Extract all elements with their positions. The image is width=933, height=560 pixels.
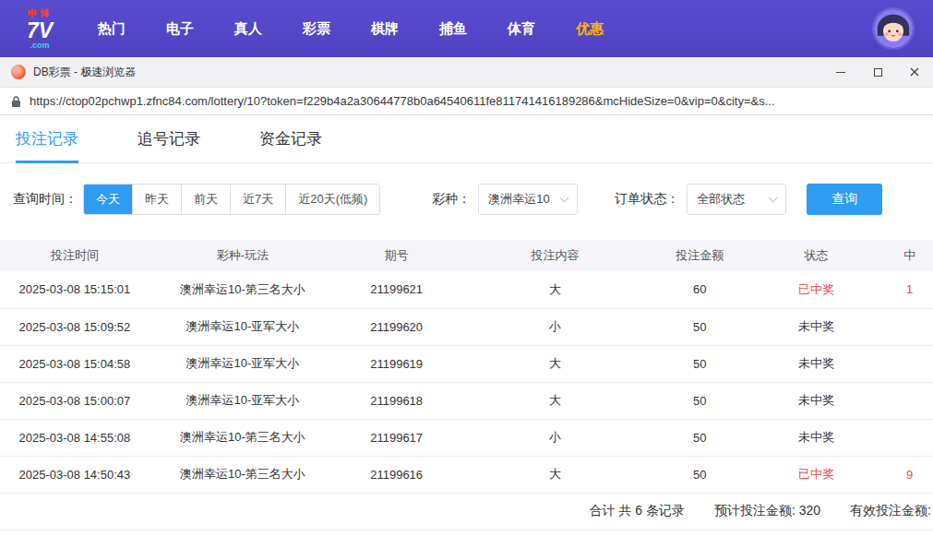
nav-item-promo[interactable]: 优惠 bbox=[556, 20, 624, 38]
search-button[interactable]: 查询 bbox=[807, 184, 882, 215]
table-row: 2025-03-08 15:15:01 澳洲幸运10-第三名大小 2119962… bbox=[0, 271, 933, 308]
site-logo[interactable]: 申博 7V .com bbox=[15, 7, 65, 50]
time-option-7days[interactable]: 近7天 bbox=[230, 185, 285, 214]
cell-content: 大 bbox=[457, 345, 652, 382]
column-header-status: 状态 bbox=[747, 240, 887, 271]
cell-prize: 9 bbox=[886, 456, 933, 493]
cell-issue: 21199620 bbox=[336, 308, 457, 345]
cell-amount: 50 bbox=[653, 382, 747, 419]
cell-amount: 50 bbox=[653, 456, 747, 493]
table-row: 2025-03-08 15:00:07 澳洲幸运10-亚军大小 21199618… bbox=[0, 382, 933, 419]
lottery-filter-label: 彩种： bbox=[432, 191, 471, 208]
time-option-yesterday[interactable]: 昨天 bbox=[132, 185, 181, 214]
cell-content: 小 bbox=[457, 308, 652, 345]
close-icon bbox=[909, 66, 920, 77]
cell-prize bbox=[886, 419, 933, 456]
column-header-prize: 中 bbox=[886, 240, 933, 271]
cell-time: 2025-03-08 14:50:43 bbox=[0, 456, 150, 493]
tab-chase-records[interactable]: 追号记录 bbox=[138, 115, 200, 162]
tab-bet-records[interactable]: 投注记录 bbox=[16, 115, 78, 162]
cell-game: 澳洲幸运10-亚军大小 bbox=[150, 308, 336, 345]
table-row: 2025-03-08 14:55:08 澳洲幸运10-第三名大小 2119961… bbox=[0, 419, 933, 456]
maximize-button[interactable] bbox=[859, 57, 896, 88]
cell-issue: 21199621 bbox=[336, 271, 457, 308]
time-option-today[interactable]: 今天 bbox=[84, 185, 132, 214]
summary-expected-value: 320 bbox=[799, 503, 820, 518]
cell-prize bbox=[886, 382, 933, 419]
cell-amount: 60 bbox=[653, 271, 747, 308]
cell-issue: 21199618 bbox=[336, 382, 457, 419]
cell-content: 小 bbox=[457, 419, 652, 456]
lottery-select-value: 澳洲幸运10 bbox=[488, 191, 549, 208]
cell-prize bbox=[886, 308, 933, 345]
cell-game: 澳洲幸运10-第三名大小 bbox=[150, 456, 336, 493]
site-favicon-icon bbox=[11, 65, 26, 79]
time-option-20days[interactable]: 近20天(低频) bbox=[285, 185, 379, 214]
order-status-select[interactable]: 全部状态 bbox=[687, 184, 786, 215]
summary-valid-label: 有效投注金额: bbox=[850, 503, 931, 519]
avatar-image bbox=[874, 9, 913, 48]
summary-total: 合计 共 6 条记录 bbox=[590, 503, 685, 519]
column-header-content: 投注内容 bbox=[457, 240, 652, 271]
close-button[interactable] bbox=[896, 57, 933, 88]
nav-item-lottery[interactable]: 彩票 bbox=[282, 20, 351, 38]
cell-amount: 50 bbox=[653, 308, 747, 345]
lock-icon bbox=[11, 95, 21, 108]
cell-amount: 50 bbox=[653, 419, 747, 456]
column-header-game: 彩种-玩法 bbox=[150, 240, 336, 271]
time-filter-label: 查询时间： bbox=[13, 191, 78, 208]
nav-item-slots[interactable]: 电子 bbox=[146, 20, 214, 38]
cell-game: 澳洲幸运10-亚军大小 bbox=[150, 382, 336, 419]
tab-fund-records[interactable]: 资金记录 bbox=[259, 115, 322, 162]
cell-time: 2025-03-08 15:00:07 bbox=[0, 382, 150, 419]
minimize-button[interactable] bbox=[822, 57, 859, 88]
status-badge: 已中奖 bbox=[747, 271, 887, 308]
table-row: 2025-03-08 15:09:52 澳洲幸运10-亚军大小 21199620… bbox=[0, 308, 933, 345]
url-text[interactable]: https://ctop02pchwp1.zfnc84.com/lottery/… bbox=[30, 94, 775, 108]
cell-prize bbox=[886, 345, 933, 382]
column-header-time: 投注时间 bbox=[0, 240, 150, 271]
cell-issue: 21199617 bbox=[336, 419, 457, 456]
site-header: 申博 7V .com 热门 电子 真人 彩票 棋牌 捕鱼 体育 优惠 bbox=[0, 0, 933, 57]
status-badge: 已中奖 bbox=[747, 456, 887, 493]
nav-item-fishing[interactable]: 捕鱼 bbox=[419, 20, 487, 38]
user-avatar[interactable] bbox=[874, 9, 913, 48]
status-badge: 未中奖 bbox=[747, 345, 887, 382]
cell-issue: 21199619 bbox=[336, 345, 457, 382]
table-row: 2025-03-08 15:04:58 澳洲幸运10-亚军大小 21199619… bbox=[0, 345, 933, 382]
lottery-select[interactable]: 澳洲幸运10 bbox=[478, 184, 578, 215]
nav-item-chess[interactable]: 棋牌 bbox=[351, 20, 419, 38]
nav-item-sports[interactable]: 体育 bbox=[487, 20, 556, 38]
chevron-down-icon bbox=[560, 194, 569, 203]
summary-expected: 预计投注金额: 320 bbox=[714, 503, 820, 519]
nav-item-hot[interactable]: 热门 bbox=[78, 20, 146, 38]
minimize-icon bbox=[836, 72, 845, 73]
window-controls bbox=[822, 57, 933, 88]
main-nav: 热门 电子 真人 彩票 棋牌 捕鱼 体育 优惠 bbox=[78, 20, 624, 38]
table-row: 2025-03-08 14:50:43 澳洲幸运10-第三名大小 2119961… bbox=[0, 456, 933, 493]
logo-sub-text: .com bbox=[30, 41, 49, 50]
cell-game: 澳洲幸运10-第三名大小 bbox=[150, 419, 336, 456]
status-badge: 未中奖 bbox=[747, 382, 887, 419]
cell-time: 2025-03-08 15:04:58 bbox=[0, 345, 150, 382]
time-range-group: 今天 昨天 前天 近7天 近20天(低频) bbox=[83, 184, 380, 215]
cell-amount: 50 bbox=[653, 345, 747, 382]
cell-prize: 1 bbox=[886, 271, 933, 308]
time-option-day-before[interactable]: 前天 bbox=[181, 185, 230, 214]
logo-main-text: 7V bbox=[27, 20, 53, 42]
nav-item-live[interactable]: 真人 bbox=[214, 20, 282, 38]
cell-time: 2025-03-08 15:09:52 bbox=[0, 308, 150, 345]
browser-address-bar[interactable]: https://ctop02pchwp1.zfnc84.com/lottery/… bbox=[0, 88, 933, 115]
column-header-amount: 投注金额 bbox=[653, 240, 747, 271]
record-tabs: 投注记录 追号记录 资金记录 bbox=[0, 115, 933, 163]
table-header-row: 投注时间 彩种-玩法 期号 投注内容 投注金额 状态 中 bbox=[0, 240, 933, 271]
column-header-issue: 期号 bbox=[336, 240, 457, 271]
summary-expected-label: 预计投注金额: bbox=[714, 503, 795, 518]
cell-content: 大 bbox=[457, 456, 652, 493]
cell-content: 大 bbox=[457, 271, 652, 308]
status-badge: 未中奖 bbox=[747, 308, 887, 345]
cell-time: 2025-03-08 15:15:01 bbox=[0, 271, 150, 308]
order-status-value: 全部状态 bbox=[697, 191, 745, 208]
chevron-down-icon bbox=[769, 194, 778, 203]
window-title: DB彩票 - 极速浏览器 bbox=[33, 65, 136, 80]
